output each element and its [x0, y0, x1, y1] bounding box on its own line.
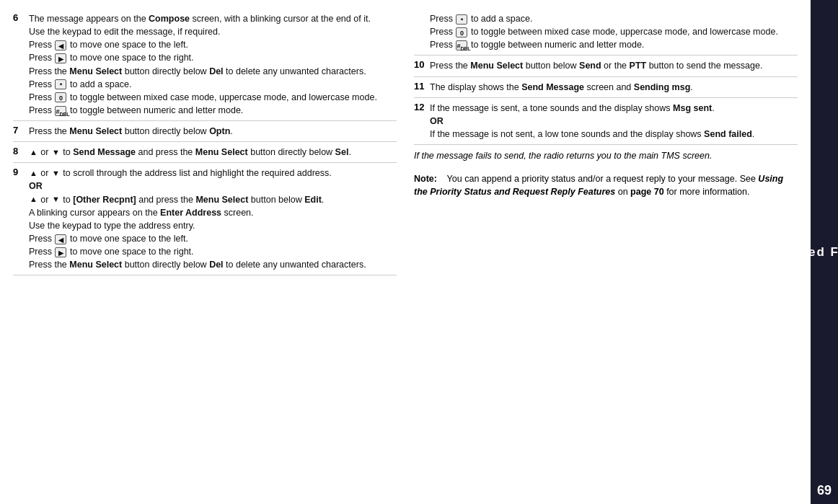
right-column: 6 Press * to add a space. Press 0 to tog… — [414, 9, 798, 495]
up-arrow-icon-3: ▲ — [30, 194, 38, 205]
step-12: 12 If the message is sent, a tone sounds… — [414, 98, 798, 145]
step-12-text: If the message is sent, a tone sounds an… — [430, 102, 754, 141]
step-10-number: 10 — [414, 59, 425, 70]
step-7-text: Press the Menu Select button directly be… — [29, 125, 233, 138]
step-6: 6 The message appears on the Compose scr… — [13, 9, 397, 121]
sidebar: Advanced Features 69 — [811, 0, 838, 504]
step-6-number: 6 — [13, 12, 25, 23]
left-arrow-icon: ◀ — [55, 40, 66, 50]
note-label: Note: — [414, 174, 444, 184]
step-8-text: ▲ or ▼ to Send Message and press the Men… — [29, 146, 351, 159]
hash-icon-2: #DEL — [456, 40, 467, 50]
main-content: 6 The message appears on the Compose scr… — [0, 0, 811, 504]
step-12-number: 12 — [414, 102, 425, 112]
step-6-cont: 6 Press * to add a space. Press 0 to tog… — [414, 9, 798, 56]
step-9: 9 ▲ or ▼ to scroll through the address l… — [13, 163, 397, 275]
two-column-layout: 6 The message appears on the Compose scr… — [13, 9, 798, 495]
step-9-text: ▲ or ▼ to scroll through the address lis… — [29, 167, 366, 271]
left-column: 6 The message appears on the Compose scr… — [13, 9, 397, 495]
left-arrow-icon-2: ◀ — [55, 234, 66, 244]
step-11-number: 11 — [414, 81, 425, 92]
step-7-number: 7 — [13, 125, 25, 136]
step-6-text: The message appears on the Compose scree… — [29, 12, 377, 117]
right-arrow-icon: ▶ — [55, 53, 66, 63]
note-text: You can append a priority status and/or … — [414, 174, 783, 197]
sidebar-text-container: Advanced Features — [811, 0, 838, 504]
step-8: 8 ▲ or ▼ to Send Message and press the M… — [13, 142, 397, 163]
up-arrow-icon: ▲ — [30, 147, 38, 159]
zero-icon: 0 — [55, 92, 66, 102]
step-10-text: Press the Menu Select button below Send … — [430, 59, 762, 72]
step-8-number: 8 — [13, 146, 25, 156]
up-arrow-icon-2: ▲ — [30, 168, 38, 180]
down-arrow-icon: ▼ — [52, 147, 60, 159]
step-6-cont-text: Press * to add a space. Press 0 to toggl… — [430, 12, 778, 51]
step-7: 7 Press the Menu Select button directly … — [13, 121, 397, 142]
star-icon: * — [55, 79, 66, 89]
star-icon-2: * — [456, 14, 467, 25]
step-11-text: The display shows the Send Message scree… — [430, 81, 693, 94]
right-arrow-icon-2: ▶ — [55, 247, 66, 257]
down-arrow-icon-2: ▼ — [52, 168, 60, 180]
note-block: Note: You can append a priority status a… — [414, 167, 798, 198]
down-arrow-icon-3: ▼ — [52, 194, 60, 205]
italic-note: If the message fails to send, the radio … — [414, 145, 798, 167]
italic-note-text: If the message fails to send, the radio … — [414, 151, 712, 161]
page-number: 69 — [811, 477, 838, 504]
step-10: 10 Press the Menu Select button below Se… — [414, 56, 798, 76]
step-11: 11 The display shows the Send Message sc… — [414, 77, 798, 98]
step-9-number: 9 — [13, 167, 25, 177]
sidebar-title: Advanced Features — [756, 245, 838, 260]
zero-icon-2: 0 — [456, 27, 467, 37]
hash-icon: #DEL — [55, 106, 66, 116]
